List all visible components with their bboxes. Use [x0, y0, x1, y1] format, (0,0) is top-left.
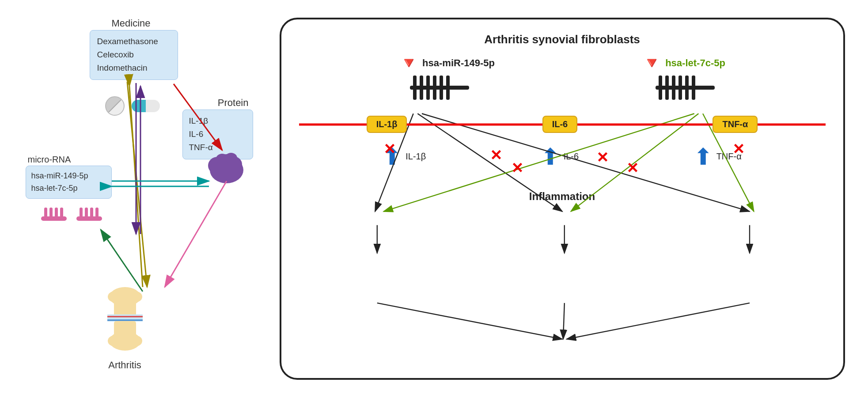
pill-round-icon	[105, 96, 125, 116]
svg-point-26	[108, 336, 120, 346]
svg-point-24	[108, 291, 120, 302]
mirna-box: hsa-miR-149-5p hsa-let-7c-5p	[26, 166, 112, 199]
receptor-1	[406, 76, 473, 104]
svg-rect-55	[426, 89, 430, 100]
drug-1: Dexamethasone	[97, 35, 171, 48]
svg-rect-67	[665, 89, 669, 100]
expression-il6: ⬆ IL-6	[541, 145, 579, 168]
svg-rect-58	[446, 89, 450, 100]
svg-rect-47	[420, 76, 423, 87]
protein-title: Protein	[218, 97, 249, 109]
svg-rect-48	[426, 76, 430, 87]
svg-rect-69	[678, 89, 682, 100]
svg-rect-61	[672, 76, 675, 87]
red-down-arrow-1: 🔻	[399, 55, 419, 71]
drug-3: Indomethacin	[97, 61, 171, 75]
svg-rect-49	[433, 76, 436, 87]
blue-up-arrow-il6: ⬆	[541, 145, 560, 168]
svg-rect-51	[446, 76, 450, 87]
receptor-2	[652, 76, 718, 104]
svg-rect-50	[440, 76, 443, 87]
svg-point-27	[130, 336, 142, 346]
protein-blob-icon	[205, 146, 249, 193]
medicine-box: Dexamethasone Celecoxib Indomethacin	[90, 30, 178, 80]
expression-label-il6: IL-6	[564, 151, 579, 162]
mirna-entry-1: 🔻 hsa-miR-149-5p	[399, 55, 495, 71]
svg-rect-64	[692, 76, 695, 87]
svg-line-90	[377, 303, 562, 339]
expression-tnfa: ⬆ TNF-α	[694, 145, 742, 168]
mirna-1: hsa-miR-149-5p	[31, 170, 106, 182]
cytokine-il6: IL-6	[542, 116, 578, 133]
left-panel: Medicine Dexamethasone Celecoxib Indomet…	[23, 18, 262, 380]
svg-point-5	[225, 153, 237, 163]
protein-1: IL-1β	[189, 114, 246, 128]
mirna-label-1: hsa-miR-149-5p	[422, 57, 495, 69]
mirna-title: micro-RNA	[28, 155, 71, 165]
membrane-section: IL-1β IL-6 TNF-α	[299, 113, 826, 136]
svg-rect-62	[678, 76, 682, 87]
svg-rect-59	[659, 76, 662, 87]
svg-rect-7	[44, 208, 47, 217]
main-container: Medicine Dexamethasone Celecoxib Indomet…	[10, 9, 858, 389]
svg-line-92	[566, 303, 749, 339]
svg-rect-15	[95, 208, 99, 217]
cell-title: Arthritis synovial fibroblasts	[299, 33, 826, 46]
cytokine-boxes-row: IL-1β IL-6 TNF-α	[299, 113, 826, 136]
red-down-arrow-2: 🔻	[642, 55, 662, 71]
svg-rect-12	[80, 208, 83, 217]
mirna-2: hsa-let-7c-5p	[31, 182, 106, 195]
pill-capsule-icon	[132, 100, 160, 112]
svg-rect-57	[440, 89, 443, 100]
blue-up-arrow-il1b: ⬆	[383, 145, 402, 168]
svg-rect-46	[413, 76, 417, 87]
receptors-row	[299, 76, 826, 104]
expression-label-il1b: IL-1β	[406, 151, 426, 162]
svg-rect-56	[433, 89, 436, 100]
svg-rect-14	[90, 208, 93, 217]
cytokine-tnfa: TNF-α	[713, 116, 758, 133]
expression-row: ⬆ IL-1β ⬆ IL-6 ⬆ TNF-α	[299, 145, 826, 168]
mirna-icon-group	[39, 201, 110, 227]
svg-rect-71	[692, 89, 695, 100]
blue-up-arrow-tnfa: ⬆	[694, 145, 713, 168]
joint-icon	[90, 284, 160, 354]
cytokine-il1b: IL-1β	[367, 116, 407, 133]
svg-line-38	[129, 86, 143, 287]
svg-rect-66	[659, 89, 662, 100]
mirna-entry-2: 🔻 hsa-let-7c-5p	[642, 55, 725, 71]
svg-rect-60	[665, 76, 669, 87]
svg-line-91	[563, 303, 564, 339]
svg-rect-65	[656, 86, 715, 90]
arthritis-area: Arthritis	[90, 284, 160, 371]
svg-line-44	[101, 230, 143, 291]
svg-line-45	[165, 181, 227, 287]
svg-rect-70	[685, 89, 689, 100]
right-panel: Arthritis synovial fibroblasts 🔻 hsa-miR…	[280, 18, 845, 380]
expression-label-tnfa: TNF-α	[716, 151, 742, 162]
drug-2: Celecoxib	[97, 48, 171, 61]
svg-rect-63	[685, 76, 689, 87]
svg-point-25	[130, 291, 142, 302]
svg-rect-9	[55, 208, 58, 217]
protein-2: IL-6	[189, 128, 246, 141]
svg-rect-68	[672, 89, 675, 100]
svg-rect-10	[60, 208, 63, 217]
expression-il1b: ⬆ IL-1β	[383, 145, 426, 168]
arthritis-label: Arthritis	[90, 359, 160, 371]
svg-rect-8	[49, 208, 53, 217]
svg-rect-53	[413, 89, 417, 100]
inflammation-label: Inflammation	[299, 190, 826, 203]
svg-rect-13	[85, 208, 88, 217]
svg-rect-52	[410, 86, 469, 90]
medicine-title: Medicine	[112, 18, 151, 29]
pills-area	[105, 96, 160, 116]
mirna-label-2: hsa-let-7c-5p	[665, 57, 725, 69]
svg-rect-54	[420, 89, 423, 100]
top-mirna-row: 🔻 hsa-miR-149-5p 🔻 hsa-let-7c-5p	[299, 55, 826, 71]
